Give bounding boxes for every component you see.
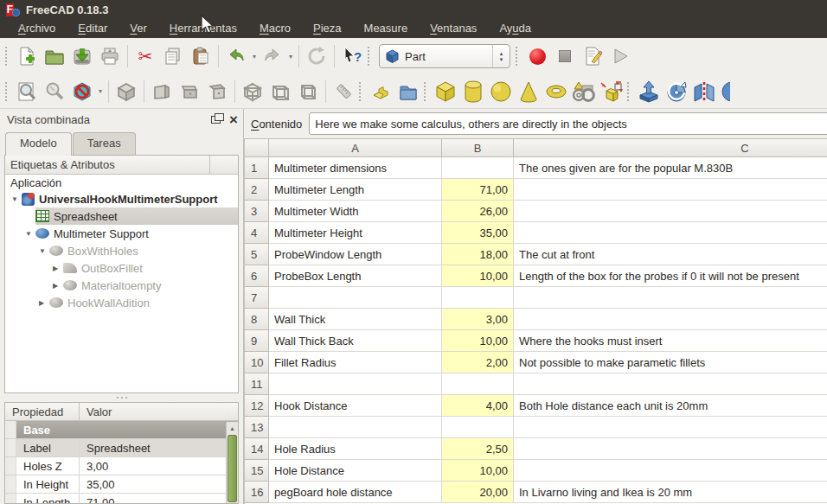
cell-b[interactable] (442, 157, 514, 179)
tree-item[interactable]: ▶ OutBoxFillet (5, 259, 238, 277)
redo-button[interactable] (259, 42, 286, 70)
cell-a[interactable]: Multimeter Width (269, 201, 442, 222)
toolbar-grip[interactable] (368, 47, 374, 66)
cell-b[interactable]: 26,00 (442, 201, 514, 222)
cell-c[interactable]: Length of the box for the probes if 0 it… (514, 265, 827, 287)
property-row[interactable]: Holes Z 3,00 (5, 457, 238, 475)
cell-a[interactable]: ProbeBox Length (269, 265, 442, 287)
draw-style-button[interactable] (68, 78, 96, 105)
open-document-button[interactable] (41, 42, 68, 70)
view-axonometric-button[interactable] (112, 78, 140, 105)
dock-title-bar[interactable]: Vista combinada × (0, 109, 243, 131)
cell-b[interactable] (442, 417, 514, 438)
expand-arrow-icon[interactable]: ▶ (38, 299, 49, 307)
mirror-button[interactable] (690, 78, 718, 105)
cell-b[interactable]: 3,00 (442, 309, 514, 330)
row-header[interactable]: 7 (245, 287, 269, 309)
workbench-selector[interactable]: Part ▲▼ (379, 44, 510, 68)
row-header[interactable]: 6 (245, 265, 269, 287)
corner-cell[interactable] (245, 139, 269, 157)
copy-button[interactable] (159, 42, 187, 70)
undo-button[interactable] (222, 42, 250, 70)
tree-item[interactable]: ▼ Multimeter Support (5, 225, 238, 242)
row-header[interactable]: 13 (245, 417, 269, 438)
torus-button[interactable] (542, 78, 570, 105)
property-scrollbar[interactable]: ▲ (226, 422, 238, 503)
run-macro-button[interactable] (606, 42, 634, 70)
view-top-button[interactable] (176, 78, 203, 105)
row-header[interactable]: 4 (245, 222, 269, 244)
undo-dropdown-arrow[interactable]: ▾ (250, 53, 259, 61)
view-front-button[interactable] (148, 78, 176, 105)
toolbar-grip[interactable] (359, 82, 365, 101)
close-panel-icon[interactable]: × (229, 114, 238, 126)
cell-a[interactable]: Wall Thick (269, 309, 442, 330)
property-row[interactable]: In Height 35,00 (5, 475, 238, 494)
cell-c[interactable] (514, 417, 827, 438)
cell-a[interactable]: Multimeter Height (269, 222, 442, 244)
fillet-button[interactable] (718, 78, 730, 105)
scrollbar-thumb[interactable] (228, 435, 237, 502)
menu-item[interactable]: Macro (248, 19, 302, 38)
expand-arrow-icon[interactable]: ▼ (24, 230, 35, 238)
cell-c[interactable]: Both Hole distance each unit is 20mm (514, 395, 827, 417)
cell-c[interactable]: In Livarno living and Ikea is 20 mm (514, 482, 827, 503)
view-bottom-button[interactable] (266, 78, 294, 105)
toolbar-grip[interactable] (424, 82, 430, 101)
row-header[interactable]: 11 (245, 373, 269, 395)
menu-item[interactable]: Herramientas (158, 19, 248, 38)
cell-b[interactable]: 18,00 (442, 244, 514, 265)
tree-item[interactable]: ▼ UniversalHookMultimeterSupport (5, 190, 238, 207)
panel-splitter[interactable] (0, 393, 243, 402)
primitives-button[interactable] (570, 78, 598, 105)
menu-item[interactable]: Ventanas (419, 19, 488, 38)
cell-c[interactable] (514, 309, 827, 330)
view-rear-button[interactable] (239, 78, 266, 105)
measure-button[interactable] (330, 78, 357, 105)
row-header[interactable]: 1 (245, 157, 269, 179)
cell-c[interactable] (514, 287, 827, 309)
cell-a[interactable] (269, 287, 442, 309)
fit-selection-button[interactable] (41, 78, 68, 105)
expand-arrow-icon[interactable]: ▼ (38, 247, 49, 255)
edit-macro-button[interactable] (579, 42, 606, 70)
cell-a[interactable]: Wall Thick Back (269, 330, 442, 352)
toolbar-grip[interactable] (516, 47, 522, 66)
cell-c[interactable]: Not possible to make parametic fillets (514, 352, 827, 373)
row-header[interactable]: 10 (245, 352, 269, 373)
property-row[interactable]: Label Spreadsheet (5, 439, 238, 457)
cell-c[interactable]: The cut at front (514, 244, 827, 265)
row-header[interactable]: 9 (245, 330, 269, 352)
box-button[interactable] (432, 78, 459, 105)
whats-this-button[interactable]: ? (338, 42, 366, 70)
row-header[interactable]: 5 (245, 244, 269, 265)
expand-arrow-icon[interactable]: ▼ (10, 195, 22, 203)
cell-a[interactable]: Hook Distance (269, 395, 442, 417)
menu-item[interactable]: Editar (67, 19, 119, 38)
view-right-button[interactable] (203, 78, 231, 105)
tab[interactable]: Tareas (73, 132, 136, 155)
float-panel-icon[interactable] (211, 116, 221, 124)
expand-arrow-icon[interactable]: ▶ (52, 265, 63, 272)
row-header[interactable]: 14 (245, 438, 269, 460)
redo-dropdown-arrow[interactable]: ▾ (286, 53, 295, 61)
cone-button[interactable] (515, 78, 542, 105)
cell-a[interactable]: Multimeter Length (269, 179, 442, 201)
cell-b[interactable] (442, 373, 514, 395)
cell-b[interactable]: 10,00 (442, 265, 514, 287)
cell-b[interactable]: 4,00 (442, 395, 514, 417)
tree-item[interactable]: Spreadsheet (5, 207, 238, 225)
cell-b[interactable]: 71,00 (442, 179, 514, 201)
cell-a[interactable]: ProbeWindow Length (269, 244, 442, 265)
row-header[interactable]: 12 (245, 395, 269, 417)
tree-item[interactable]: ▼ BoxWithHoles (5, 242, 238, 259)
draw-style-dropdown-arrow[interactable]: ▾ (96, 87, 105, 95)
cell-c[interactable] (514, 438, 827, 460)
menu-item[interactable]: Pieza (302, 19, 353, 38)
toolbar-grip[interactable] (627, 82, 633, 101)
row-header[interactable]: 16 (245, 482, 269, 503)
row-header[interactable]: 2 (245, 179, 269, 201)
cell-a[interactable]: Hole Radius (269, 438, 442, 460)
toolbar-grip[interactable] (5, 47, 11, 66)
cell-content-input[interactable] (309, 112, 827, 135)
